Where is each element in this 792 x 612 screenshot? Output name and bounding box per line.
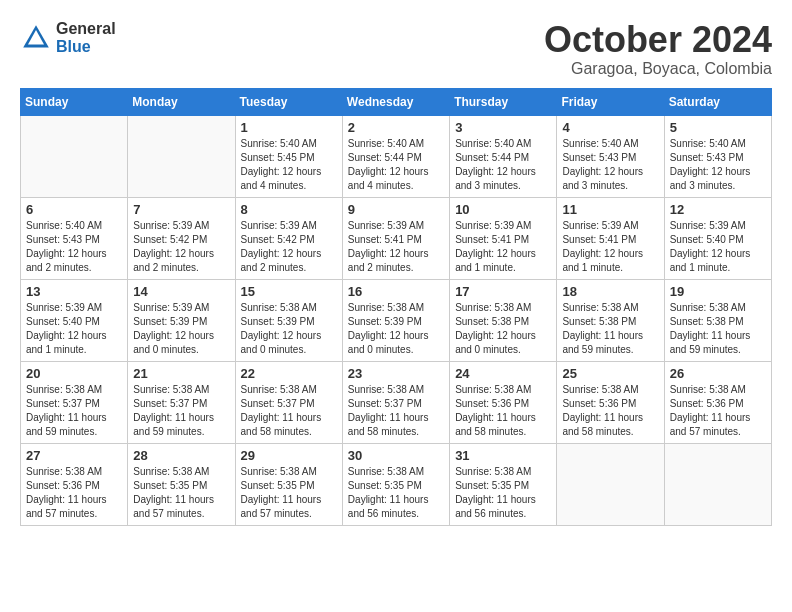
day-number: 15: [241, 284, 337, 299]
day-number: 12: [670, 202, 766, 217]
day-number: 2: [348, 120, 444, 135]
day-number: 24: [455, 366, 551, 381]
cell-content: Sunrise: 5:39 AM Sunset: 5:39 PM Dayligh…: [133, 301, 229, 357]
cell-content: Sunrise: 5:38 AM Sunset: 5:36 PM Dayligh…: [670, 383, 766, 439]
day-number: 31: [455, 448, 551, 463]
cell-content: Sunrise: 5:38 AM Sunset: 5:37 PM Dayligh…: [241, 383, 337, 439]
day-number: 5: [670, 120, 766, 135]
calendar-table: SundayMondayTuesdayWednesdayThursdayFrid…: [20, 88, 772, 526]
month-title: October 2024: [544, 20, 772, 60]
day-number: 10: [455, 202, 551, 217]
calendar-week-row: 20Sunrise: 5:38 AM Sunset: 5:37 PM Dayli…: [21, 361, 772, 443]
logo-general: General: [56, 20, 116, 38]
cell-content: Sunrise: 5:38 AM Sunset: 5:37 PM Dayligh…: [133, 383, 229, 439]
calendar-cell: [557, 443, 664, 525]
day-number: 29: [241, 448, 337, 463]
day-number: 11: [562, 202, 658, 217]
cell-content: Sunrise: 5:38 AM Sunset: 5:36 PM Dayligh…: [455, 383, 551, 439]
weekday-header: Sunday: [21, 88, 128, 115]
calendar-cell: 24Sunrise: 5:38 AM Sunset: 5:36 PM Dayli…: [450, 361, 557, 443]
weekday-header-row: SundayMondayTuesdayWednesdayThursdayFrid…: [21, 88, 772, 115]
day-number: 1: [241, 120, 337, 135]
calendar-week-row: 6Sunrise: 5:40 AM Sunset: 5:43 PM Daylig…: [21, 197, 772, 279]
day-number: 16: [348, 284, 444, 299]
cell-content: Sunrise: 5:40 AM Sunset: 5:45 PM Dayligh…: [241, 137, 337, 193]
calendar-cell: 28Sunrise: 5:38 AM Sunset: 5:35 PM Dayli…: [128, 443, 235, 525]
calendar-cell: 3Sunrise: 5:40 AM Sunset: 5:44 PM Daylig…: [450, 115, 557, 197]
calendar-week-row: 13Sunrise: 5:39 AM Sunset: 5:40 PM Dayli…: [21, 279, 772, 361]
calendar-cell: 8Sunrise: 5:39 AM Sunset: 5:42 PM Daylig…: [235, 197, 342, 279]
logo: General Blue: [20, 20, 116, 55]
calendar-cell: 1Sunrise: 5:40 AM Sunset: 5:45 PM Daylig…: [235, 115, 342, 197]
weekday-header: Thursday: [450, 88, 557, 115]
day-number: 19: [670, 284, 766, 299]
cell-content: Sunrise: 5:38 AM Sunset: 5:39 PM Dayligh…: [241, 301, 337, 357]
day-number: 9: [348, 202, 444, 217]
cell-content: Sunrise: 5:38 AM Sunset: 5:36 PM Dayligh…: [562, 383, 658, 439]
calendar-cell: 2Sunrise: 5:40 AM Sunset: 5:44 PM Daylig…: [342, 115, 449, 197]
calendar-cell: 15Sunrise: 5:38 AM Sunset: 5:39 PM Dayli…: [235, 279, 342, 361]
day-number: 27: [26, 448, 122, 463]
calendar-cell: 25Sunrise: 5:38 AM Sunset: 5:36 PM Dayli…: [557, 361, 664, 443]
day-number: 21: [133, 366, 229, 381]
day-number: 3: [455, 120, 551, 135]
calendar-cell: 30Sunrise: 5:38 AM Sunset: 5:35 PM Dayli…: [342, 443, 449, 525]
calendar-cell: 11Sunrise: 5:39 AM Sunset: 5:41 PM Dayli…: [557, 197, 664, 279]
day-number: 18: [562, 284, 658, 299]
logo-blue: Blue: [56, 38, 116, 56]
cell-content: Sunrise: 5:40 AM Sunset: 5:43 PM Dayligh…: [26, 219, 122, 275]
calendar-cell: 18Sunrise: 5:38 AM Sunset: 5:38 PM Dayli…: [557, 279, 664, 361]
calendar-cell: 27Sunrise: 5:38 AM Sunset: 5:36 PM Dayli…: [21, 443, 128, 525]
calendar-cell: 21Sunrise: 5:38 AM Sunset: 5:37 PM Dayli…: [128, 361, 235, 443]
cell-content: Sunrise: 5:38 AM Sunset: 5:39 PM Dayligh…: [348, 301, 444, 357]
calendar-week-row: 27Sunrise: 5:38 AM Sunset: 5:36 PM Dayli…: [21, 443, 772, 525]
page-header: General Blue October 2024 Garagoa, Boyac…: [20, 20, 772, 78]
cell-content: Sunrise: 5:39 AM Sunset: 5:40 PM Dayligh…: [26, 301, 122, 357]
calendar-cell: 7Sunrise: 5:39 AM Sunset: 5:42 PM Daylig…: [128, 197, 235, 279]
calendar-cell: 6Sunrise: 5:40 AM Sunset: 5:43 PM Daylig…: [21, 197, 128, 279]
day-number: 26: [670, 366, 766, 381]
calendar-cell: 14Sunrise: 5:39 AM Sunset: 5:39 PM Dayli…: [128, 279, 235, 361]
calendar-cell: 20Sunrise: 5:38 AM Sunset: 5:37 PM Dayli…: [21, 361, 128, 443]
calendar-week-row: 1Sunrise: 5:40 AM Sunset: 5:45 PM Daylig…: [21, 115, 772, 197]
day-number: 28: [133, 448, 229, 463]
calendar-cell: 5Sunrise: 5:40 AM Sunset: 5:43 PM Daylig…: [664, 115, 771, 197]
cell-content: Sunrise: 5:40 AM Sunset: 5:44 PM Dayligh…: [455, 137, 551, 193]
day-number: 30: [348, 448, 444, 463]
calendar-cell: 19Sunrise: 5:38 AM Sunset: 5:38 PM Dayli…: [664, 279, 771, 361]
calendar-cell: 10Sunrise: 5:39 AM Sunset: 5:41 PM Dayli…: [450, 197, 557, 279]
calendar-cell: 12Sunrise: 5:39 AM Sunset: 5:40 PM Dayli…: [664, 197, 771, 279]
weekday-header: Friday: [557, 88, 664, 115]
day-number: 4: [562, 120, 658, 135]
cell-content: Sunrise: 5:39 AM Sunset: 5:41 PM Dayligh…: [562, 219, 658, 275]
title-block: October 2024 Garagoa, Boyaca, Colombia: [544, 20, 772, 78]
cell-content: Sunrise: 5:38 AM Sunset: 5:35 PM Dayligh…: [241, 465, 337, 521]
calendar-cell: 17Sunrise: 5:38 AM Sunset: 5:38 PM Dayli…: [450, 279, 557, 361]
weekday-header: Wednesday: [342, 88, 449, 115]
day-number: 7: [133, 202, 229, 217]
calendar-cell: 29Sunrise: 5:38 AM Sunset: 5:35 PM Dayli…: [235, 443, 342, 525]
location: Garagoa, Boyaca, Colombia: [544, 60, 772, 78]
day-number: 25: [562, 366, 658, 381]
cell-content: Sunrise: 5:38 AM Sunset: 5:38 PM Dayligh…: [670, 301, 766, 357]
cell-content: Sunrise: 5:40 AM Sunset: 5:44 PM Dayligh…: [348, 137, 444, 193]
logo-text: General Blue: [56, 20, 116, 55]
day-number: 22: [241, 366, 337, 381]
cell-content: Sunrise: 5:38 AM Sunset: 5:37 PM Dayligh…: [348, 383, 444, 439]
day-number: 14: [133, 284, 229, 299]
cell-content: Sunrise: 5:40 AM Sunset: 5:43 PM Dayligh…: [670, 137, 766, 193]
weekday-header: Tuesday: [235, 88, 342, 115]
day-number: 20: [26, 366, 122, 381]
calendar-cell: [664, 443, 771, 525]
calendar-cell: 16Sunrise: 5:38 AM Sunset: 5:39 PM Dayli…: [342, 279, 449, 361]
day-number: 13: [26, 284, 122, 299]
weekday-header: Saturday: [664, 88, 771, 115]
cell-content: Sunrise: 5:39 AM Sunset: 5:41 PM Dayligh…: [348, 219, 444, 275]
logo-icon: [20, 22, 52, 54]
calendar-cell: 9Sunrise: 5:39 AM Sunset: 5:41 PM Daylig…: [342, 197, 449, 279]
cell-content: Sunrise: 5:39 AM Sunset: 5:42 PM Dayligh…: [241, 219, 337, 275]
cell-content: Sunrise: 5:38 AM Sunset: 5:35 PM Dayligh…: [455, 465, 551, 521]
cell-content: Sunrise: 5:38 AM Sunset: 5:36 PM Dayligh…: [26, 465, 122, 521]
calendar-cell: [21, 115, 128, 197]
cell-content: Sunrise: 5:39 AM Sunset: 5:42 PM Dayligh…: [133, 219, 229, 275]
